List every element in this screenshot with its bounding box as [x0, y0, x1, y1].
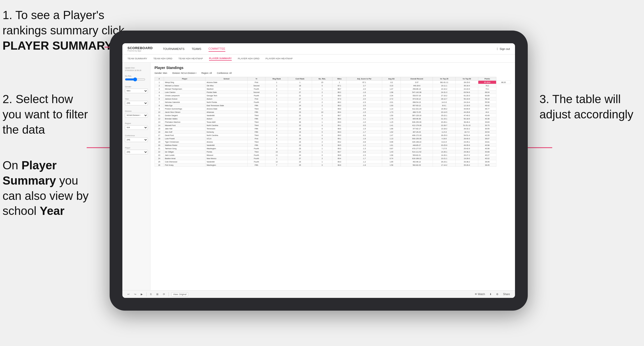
toolbar-paste[interactable]: ⊞	[155, 292, 159, 296]
table-row[interactable]: 11Gordon SargentVanderbiltThird421068.7-…	[155, 114, 511, 117]
toolbar-redo[interactable]: ↪	[133, 292, 137, 296]
col-yr: Yr	[248, 77, 265, 81]
table-row[interactable]: 26Petr HrubyWashingtonFifth725068.6-1.81…	[155, 163, 511, 167]
table-row[interactable]: 25Cole SherwoodVanderbiltFourth1223169.3…	[155, 160, 511, 163]
toolbar-copy[interactable]: ⎘	[149, 292, 153, 296]
sidebar-conference-label: Conference	[125, 134, 148, 137]
sidebar: Update time: 27/03/2024 16:56:26 No Rds.…	[122, 63, 150, 290]
sidebar-no-rds-label: No Rds.	[125, 75, 148, 77]
sub-nav-player-summary[interactable]: PLAYER SUMMARY	[209, 56, 232, 61]
table-row[interactable]: 17David FordNorth CarolinaThird421069.0-…	[155, 134, 511, 137]
sub-nav-team-h2h-heatmap[interactable]: TEAM H2H HEATMAP	[178, 57, 203, 60]
instruction-step2-text: 2. Select how you want to filter the dat…	[3, 92, 88, 136]
nav-items: TOURNAMENTS TEAMS COMMITTEE	[163, 46, 489, 52]
col-player: Player	[164, 77, 205, 81]
sidebar-region-label: Region	[125, 122, 148, 124]
table-row[interactable]: 12Brendan ValdesAuburnFifth327068.4-1.11…	[155, 117, 511, 120]
sidebar-division-select[interactable]: NCAA Division I	[125, 113, 148, 118]
toolbar-sep2	[169, 292, 169, 296]
toolbar-sep1	[146, 292, 147, 296]
instruction-bottom-bold2: Year	[40, 204, 65, 217]
nav-right: | Sign out	[497, 46, 510, 51]
table-row[interactable]: 22Ian GilliganFloridaThird1024168.7-0.81…	[155, 150, 511, 154]
col-no-rds: No. Rds.	[312, 77, 332, 81]
filter-gender: Gender: Men	[154, 72, 167, 74]
col-vs-top50: Vs Top 50	[456, 77, 478, 81]
sub-nav-team-summary[interactable]: TEAM SUMMARY	[127, 57, 147, 60]
sub-nav-team-h2h-grid[interactable]: TEAM H2H GRID	[153, 57, 172, 60]
sidebar-division-label: Division	[125, 110, 148, 112]
table-row[interactable]: 14Maxwell FordNorth CarolinaThird222069.…	[155, 124, 511, 127]
sub-nav-player-h2h-grid[interactable]: PLAYER H2H GRID	[238, 57, 260, 60]
instruction-bottom-note1: On	[3, 159, 21, 172]
sidebar-update-time: Update time: 27/03/2024 16:56:26	[125, 67, 148, 72]
toolbar-settings[interactable]: ⚙	[495, 292, 499, 296]
col-wins: Wins	[332, 77, 346, 81]
logo-text: SCOREBOARD	[127, 46, 153, 50]
sidebar-player-label: Player	[125, 147, 148, 149]
table-row[interactable]: 20Matthew RiedelVanderbiltFifth922368.5-…	[155, 144, 511, 147]
table-row[interactable]: 24Bastien AmatNew MexicoFourth127269.4-1…	[155, 157, 511, 160]
table-row[interactable]: 7Nicholas GabrelcikNorth FloridaFourth12…	[155, 101, 511, 104]
nav-item-tournaments[interactable]: TOURNAMENTS	[163, 46, 185, 51]
toolbar-watch[interactable]: 👁 Watch	[474, 292, 486, 296]
instruction-step2: 2. Select how you want to filter the dat…	[3, 92, 89, 137]
main-content: Update time: 27/03/2024 16:56:26 No Rds.…	[122, 63, 515, 290]
instruction-step3-text: 3. The table will adjust accordingly	[539, 92, 633, 121]
sub-nav-player-h2h-heatmap[interactable]: PLAYER H2H HEATMAP	[266, 57, 293, 60]
sidebar-no-rds-slider[interactable]	[125, 78, 145, 81]
col-avg-sg: Avg SG	[382, 77, 401, 81]
toolbar-forward[interactable]: ▶	[140, 292, 144, 296]
table-area: Player Standings Gender: Men Division: N…	[150, 63, 515, 290]
bottom-toolbar: ↩ ↪ ▶ ⎘ ⊞ ⟳ View: Original 👁 Watch ⬇ ⚙ S…	[122, 290, 515, 298]
nav-pipe: |	[497, 47, 498, 50]
table-row[interactable]: 9Preston SummerhaysArizona StateThird324…	[155, 107, 511, 110]
col-overall-record: Overall Record	[401, 77, 433, 81]
tablet-screen: SCOREBOARD Powered by dippi TOURNAMENTS …	[122, 43, 515, 298]
instruction-bottom: On Player Summary you can also view by s…	[3, 158, 94, 219]
table-row[interactable]: 18Luke PowellUCLAFirst424069.1-1.81.1350…	[155, 137, 511, 140]
sign-out-link[interactable]: Sign out	[500, 46, 510, 51]
table-row[interactable]: 15Jake HallTennesseeFifth718068.5-1.51.6…	[155, 127, 511, 130]
table-header-row: # Player School Yr Reg Rank Conf Rank No…	[155, 77, 511, 81]
table-row[interactable]: 1Wenyi DingArizona StateFirst1115167.1-3…	[155, 81, 511, 84]
table-row[interactable]: 4Luke ClantonFlorida StateSecond127268.2…	[155, 91, 511, 94]
sub-nav: TEAM SUMMARY TEAM H2H GRID TEAM H2H HEAT…	[122, 54, 515, 63]
logo-area: SCOREBOARD Powered by dippi	[127, 46, 153, 52]
table-row[interactable]: 16Alex GoffKentuckyFifth819068.3-1.71.92…	[155, 130, 511, 134]
table-row[interactable]: 2Michael La SassoOle MissSecond118067.1-…	[155, 84, 511, 87]
tablet-device: SCOREBOARD Powered by dippi TOURNAMENTS …	[110, 31, 528, 311]
col-rank: #	[155, 77, 164, 81]
toolbar-undo[interactable]: ↩	[126, 292, 131, 296]
col-reg-rank: Reg Rank	[265, 77, 288, 81]
table-row[interactable]: 5Christo LamprechtGeorgia TechFourth2212…	[155, 94, 511, 97]
table-row[interactable]: 19Tiger ChristensenArizonaThird523269.2-…	[155, 140, 511, 144]
sidebar-year-select[interactable]: (All)	[125, 101, 148, 105]
filter-region: Region: All	[201, 72, 212, 74]
col-vs-top25: Vs Top 25	[433, 77, 456, 81]
sidebar-region-select[interactable]: N/A	[125, 125, 148, 130]
table-row[interactable]: 8Mats EgeEast Tennessee StateFifth124268…	[155, 104, 511, 107]
filter-conference: Conference: All	[217, 72, 232, 74]
logo-sub: Powered by dippi	[127, 50, 153, 52]
sidebar-gender-select[interactable]: Men	[125, 89, 148, 93]
player-standings-table: # Player School Yr Reg Rank Conf Rank No…	[154, 77, 511, 167]
table-row[interactable]: 10Jacob Skov OlesenArkansasFifth1231068.…	[155, 110, 511, 114]
sidebar-gender-label: Gender	[125, 86, 148, 88]
toolbar-view-btn[interactable]: View: Original	[171, 292, 188, 296]
table-row[interactable]: 21Taehoon SongWashingtonFourth423169.3-1…	[155, 147, 511, 150]
table-row[interactable]: 6Jackson KoivunAuburnFirst127167.3-2.02.…	[155, 97, 511, 101]
table-row[interactable]: 23Jack LundinMissouriFourth1124068.6-2.3…	[155, 154, 511, 157]
table-row[interactable]: 3Michael ThorbjornsenStanfordFourth28168…	[155, 87, 511, 91]
toolbar-download[interactable]: ⬇	[488, 292, 493, 296]
table-row[interactable]: 13Phichaksn MaichonTexas A&MThird630169.…	[155, 120, 511, 124]
nav-bar: SCOREBOARD Powered by dippi TOURNAMENTS …	[122, 43, 515, 54]
toolbar-share[interactable]: Share	[502, 292, 511, 296]
nav-item-committee[interactable]: COMMITTEE	[209, 46, 225, 52]
sidebar-conference-select[interactable]: (All)	[125, 137, 148, 142]
filter-row: Gender: Men Division: NCAA Division I Re…	[154, 72, 511, 74]
sidebar-player-select[interactable]: (All)	[125, 150, 148, 154]
toolbar-refresh[interactable]: ⟳	[162, 292, 166, 296]
nav-item-teams[interactable]: TEAMS	[192, 46, 201, 51]
col-points: Points	[478, 77, 496, 81]
